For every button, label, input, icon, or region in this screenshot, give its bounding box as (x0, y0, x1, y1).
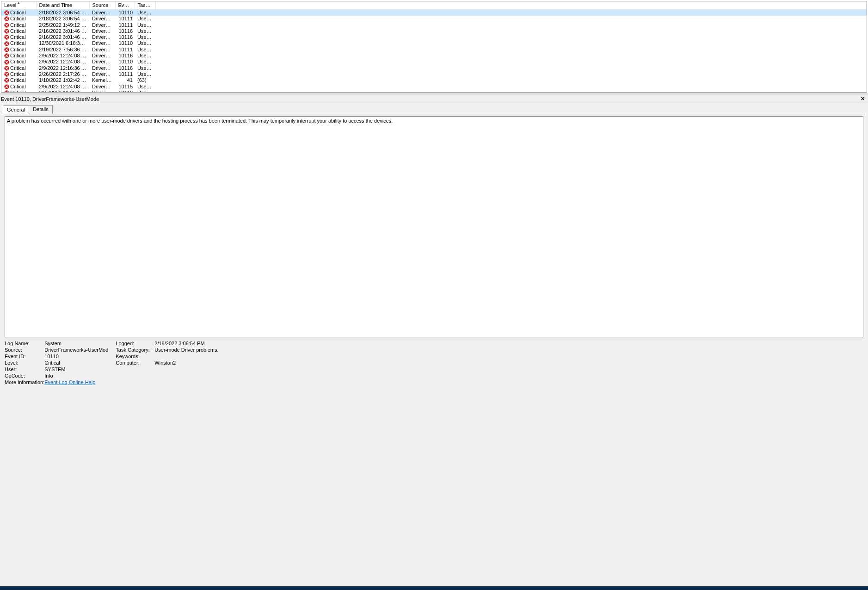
cell-datetime: 2/16/2022 3:01:46 PM (36, 28, 89, 34)
event-table: Level ▲ Date and Time Source Event ID Ta… (1, 1, 867, 92)
detail-pane-title: Event 10110, DriverFrameworks-UserMode (1, 96, 99, 102)
value-logged: 2/18/2022 3:06:54 PM (154, 340, 226, 347)
value-log-name: System (44, 340, 116, 347)
tab-general[interactable]: General (3, 106, 29, 114)
error-icon (4, 10, 9, 15)
cell-source: DriverFra... (89, 65, 115, 71)
cell-level-text: Critical (10, 53, 26, 59)
error-icon (4, 78, 9, 83)
label-event-id: Event ID: (5, 353, 44, 360)
table-row[interactable]: Critical2/9/2022 12:24:08 AMDriverFra...… (1, 53, 867, 59)
column-header-datetime[interactable]: Date and Time (36, 1, 89, 10)
cell-level: Critical (1, 84, 36, 90)
table-row[interactable]: Critical2/9/2022 12:24:08 AMDriverFra...… (1, 84, 867, 90)
value-task-category: User-mode Driver problems. (154, 347, 226, 353)
error-icon (4, 29, 9, 34)
label-keywords: Keywords: (116, 353, 154, 360)
event-list-scroll[interactable]: Level ▲ Date and Time Source Event ID Ta… (1, 1, 867, 92)
cell-eventid: 41 (115, 77, 135, 83)
value-source: DriverFrameworks-UserMod (44, 347, 116, 353)
column-header-task[interactable]: Task Cate... (135, 1, 155, 10)
value-keywords (154, 353, 226, 360)
value-level: Critical (44, 360, 116, 366)
cell-level-text: Critical (10, 59, 26, 65)
cell-task: User-mo... (135, 16, 155, 22)
cell-source: DriverFra... (89, 34, 115, 40)
error-icon (4, 16, 9, 21)
cell-datetime: 2/9/2022 12:24:08 AM (36, 59, 89, 65)
cell-task: User-mo... (135, 40, 155, 46)
table-row[interactable]: Critical2/26/2022 2:17:26 PMDriverFra...… (1, 71, 867, 77)
cell-task: User-mo... (135, 65, 155, 71)
label-opcode: OpCode: (5, 373, 44, 379)
cell-level: Critical (1, 47, 36, 53)
cell-source: Kernel-P... (89, 77, 115, 83)
cell-level-text: Critical (10, 22, 26, 28)
table-row[interactable]: Critical2/16/2022 3:01:46 PMDriverFra...… (1, 28, 867, 34)
error-icon (4, 35, 9, 40)
table-row[interactable]: Critical1/10/2022 1:02:42 AMKernel-P...4… (1, 77, 867, 83)
table-row[interactable]: Critical2/27/2022 11:30:44 PMDriverFra..… (1, 90, 867, 92)
cell-eventid: 10115 (115, 84, 135, 90)
cell-source: DriverFra... (89, 71, 115, 77)
table-row[interactable]: Critical12/30/2021 6:18:39 PMDriverFra..… (1, 40, 867, 46)
error-icon (4, 47, 9, 52)
table-row[interactable]: Critical2/19/2022 7:56:36 PMDriverFra...… (1, 47, 867, 53)
cell-datetime: 2/9/2022 12:16:36 AM (36, 65, 89, 71)
error-icon (4, 23, 9, 28)
cell-level-text: Critical (10, 34, 26, 40)
cell-level: Critical (1, 59, 36, 65)
tab-details[interactable]: Details (29, 105, 53, 114)
cell-level-text: Critical (10, 77, 26, 83)
svg-point-13 (5, 91, 9, 92)
cell-task: User-mo... (135, 71, 155, 77)
cell-task: User-mo... (135, 47, 155, 53)
cell-datetime: 2/27/2022 11:30:44 PM (36, 90, 89, 92)
label-level: Level: (5, 360, 44, 366)
cell-task: (63) (135, 77, 155, 83)
cell-datetime: 2/26/2022 2:17:26 PM (36, 71, 89, 77)
link-event-log-online-help[interactable]: Event Log Online Help (44, 379, 95, 385)
column-header-eventid[interactable]: Event ID (115, 1, 135, 10)
cell-datetime: 2/19/2022 7:56:36 PM (36, 47, 89, 53)
taskbar[interactable] (0, 586, 868, 590)
cell-level-text: Critical (10, 10, 26, 16)
cell-eventid: 10111 (115, 16, 135, 22)
cell-level: Critical (1, 28, 36, 34)
table-row[interactable]: Critical2/9/2022 12:24:08 AMDriverFra...… (1, 59, 867, 65)
label-log-name: Log Name: (5, 340, 44, 347)
error-icon (4, 53, 9, 58)
cell-task: User-mo... (135, 84, 155, 90)
value-event-id: 10110 (44, 353, 116, 360)
event-description-box[interactable]: A problem has occurred with one or more … (5, 116, 863, 337)
cell-task: User-mo... (135, 28, 155, 34)
table-row[interactable]: Critical2/16/2022 3:01:46 PMDriverFra...… (1, 34, 867, 40)
table-row[interactable]: Critical2/9/2022 12:16:36 AMDriverFra...… (1, 65, 867, 71)
event-list-panel: Level ▲ Date and Time Source Event ID Ta… (1, 1, 867, 93)
table-row[interactable]: Critical2/18/2022 3:06:54 PMDriverFra...… (1, 16, 867, 22)
cell-level-text: Critical (10, 90, 26, 92)
cell-eventid: 10116 (115, 53, 135, 59)
detail-body: A problem has occurred with one or more … (0, 114, 868, 586)
column-header-filler (155, 1, 867, 10)
cell-level: Critical (1, 53, 36, 59)
cell-level-text: Critical (10, 28, 26, 34)
cell-eventid: 10110 (115, 10, 135, 16)
error-icon (4, 66, 9, 71)
cell-eventid: 10116 (115, 34, 135, 40)
column-header-source[interactable]: Source (89, 1, 115, 10)
label-source: Source: (5, 347, 44, 353)
cell-eventid: 10110 (115, 90, 135, 92)
error-icon (4, 60, 9, 65)
cell-source: DriverFra... (89, 47, 115, 53)
cell-eventid: 10116 (115, 28, 135, 34)
close-detail-button[interactable]: ✕ (859, 96, 866, 102)
label-more-info: More Information: (5, 379, 44, 385)
table-row[interactable]: Critical2/18/2022 3:06:54 PMDriverFra...… (1, 10, 867, 16)
cell-level: Critical (1, 10, 36, 16)
column-header-level[interactable]: Level ▲ (1, 1, 36, 10)
table-row[interactable]: Critical2/25/2022 1:49:12 PMDriverFra...… (1, 22, 867, 28)
cell-level: Critical (1, 40, 36, 46)
cell-level-text: Critical (10, 40, 26, 46)
cell-source: DriverFra... (89, 90, 115, 92)
